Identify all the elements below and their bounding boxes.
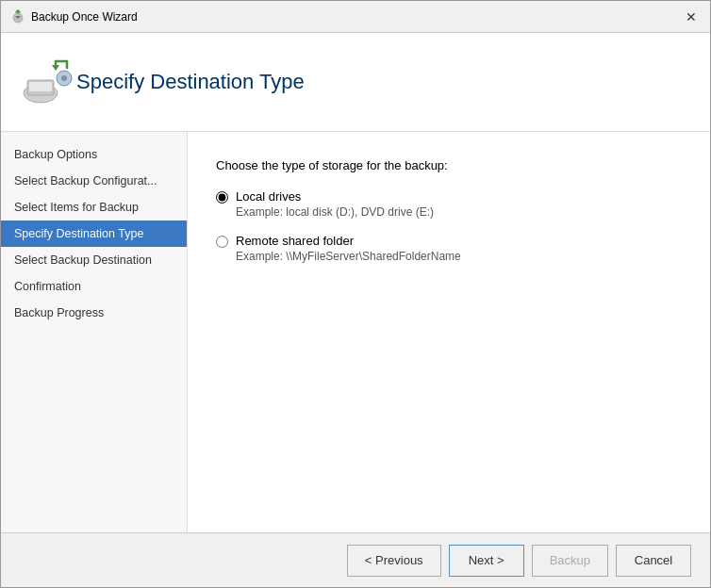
sidebar-item-confirmation[interactable]: Confirmation <box>1 273 187 300</box>
option-group: Local drives Example: local disk (D:), D… <box>216 189 682 263</box>
previous-button[interactable]: < Previous <box>347 545 441 577</box>
header-title: Specify Destination Type <box>76 70 305 94</box>
sidebar-item-backup-options[interactable]: Backup Options <box>1 141 187 168</box>
sidebar-item-select-backup-destination[interactable]: Select Backup Destination <box>1 247 187 273</box>
option-remote-shared-folder-label: Remote shared folder Example: \\MyFileSe… <box>236 234 461 263</box>
titlebar-icon <box>10 9 25 24</box>
main-content: Choose the type of storage for the backu… <box>188 132 710 532</box>
sidebar-item-backup-progress[interactable]: Backup Progress <box>1 300 187 326</box>
sidebar-item-select-backup-configuration[interactable]: Select Backup Configurat... <box>1 168 187 194</box>
option-remote-shared-folder[interactable]: Remote shared folder Example: \\MyFileSe… <box>216 234 682 263</box>
sidebar: Backup Options Select Backup Configurat.… <box>1 132 188 532</box>
svg-point-6 <box>61 75 67 81</box>
radio-remote-shared-folder[interactable] <box>216 236 228 248</box>
header-area: Specify Destination Type <box>1 33 710 132</box>
option-remote-shared-folder-title: Remote shared folder <box>236 234 461 248</box>
footer: < Previous Next > Backup Cancel <box>1 532 710 587</box>
title-bar-left: Backup Once Wizard <box>10 9 138 24</box>
radio-local-drives[interactable] <box>216 191 228 204</box>
option-local-drives-label: Local drives Example: local disk (D:), D… <box>236 189 434 219</box>
svg-rect-3 <box>29 82 52 91</box>
sidebar-item-specify-destination-type[interactable]: Specify Destination Type <box>1 220 187 247</box>
title-bar-text: Backup Once Wizard <box>31 10 138 24</box>
wizard-window: Backup Once Wizard ✕ Specify Destination… <box>0 0 711 588</box>
option-local-drives-example: Example: local disk (D:), DVD drive (E:) <box>236 205 434 219</box>
cancel-button[interactable]: Cancel <box>616 545 691 577</box>
sidebar-item-select-items-for-backup[interactable]: Select Items for Backup <box>1 194 187 220</box>
content-area: Backup Options Select Backup Configurat.… <box>1 132 710 532</box>
option-remote-shared-folder-example: Example: \\MyFileServer\SharedFolderName <box>236 250 461 263</box>
next-button[interactable]: Next > <box>449 545 524 577</box>
title-bar: Backup Once Wizard ✕ <box>1 1 710 33</box>
option-local-drives[interactable]: Local drives Example: local disk (D:), D… <box>216 189 682 219</box>
backup-button[interactable]: Backup <box>532 545 608 577</box>
svg-marker-4 <box>52 65 59 71</box>
option-local-drives-title: Local drives <box>236 189 434 204</box>
header-icon <box>20 54 76 110</box>
main-prompt: Choose the type of storage for the backu… <box>216 158 682 172</box>
close-button[interactable]: ✕ <box>682 8 701 26</box>
